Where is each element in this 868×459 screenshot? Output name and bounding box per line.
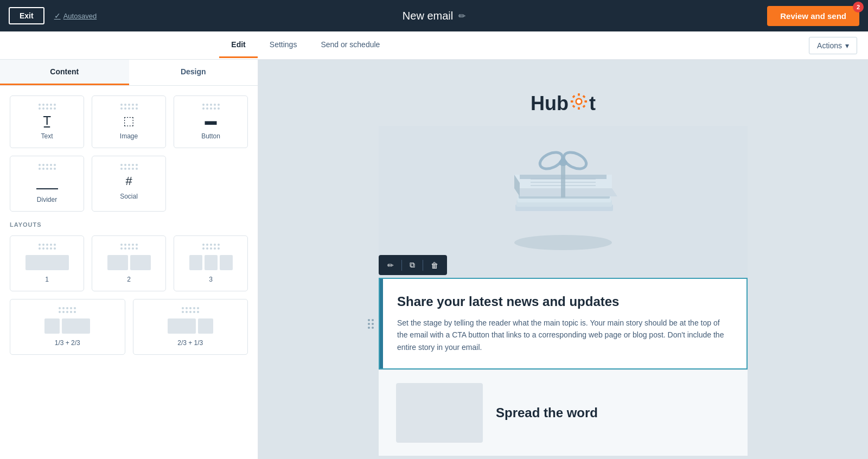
email-content-block[interactable]: Share your latest news and updates Set t… (379, 278, 748, 369)
spread-image (396, 383, 483, 443)
hubspot-logo: Hub (531, 92, 596, 115)
content-item-text-label: Text (41, 132, 53, 140)
layout-label-1-3+2-3: 1/3 + 2/3 (55, 339, 80, 347)
text-icon: T̲ (43, 114, 50, 128)
content-items-grid: T̲ Text ⬚ Image (10, 95, 248, 212)
divider-icon (36, 174, 58, 189)
copy-icon: ⧉ (410, 260, 415, 270)
layout-preview-1 (16, 255, 78, 270)
drag-dots (39, 164, 56, 170)
content-item-social[interactable]: # Social (92, 156, 166, 212)
svg-rect-22 (520, 175, 607, 179)
block-copy-button[interactable]: ⧉ (405, 258, 419, 272)
svg-rect-3 (578, 107, 580, 110)
left-accent (380, 279, 383, 368)
layout-col (25, 255, 69, 270)
sprocket-svg (570, 92, 588, 111)
layouts-grid: 1 2 (10, 235, 248, 291)
drag-dots (120, 164, 138, 170)
sidebar: Content Design T̲ Text (0, 60, 258, 459)
spread-heading: Spread the word (496, 405, 598, 420)
tab-settings[interactable]: Settings (258, 33, 309, 58)
layout-preview-2 (98, 255, 160, 270)
content-item-image[interactable]: ⬚ Image (92, 95, 166, 148)
sidebar-tab-content[interactable]: Content (0, 60, 129, 85)
layout-preview-1-3+2-3 (16, 318, 119, 334)
layout-col (107, 255, 128, 270)
top-nav: Exit ✓ Autosaved New email ✏ Review and … (0, 0, 868, 31)
email-block-heading: Share your latest news and updates (397, 294, 729, 309)
email-spread-section: Spread the word (379, 369, 748, 456)
drag-dots (120, 244, 138, 250)
layout-col (198, 318, 213, 334)
layout-col (62, 318, 90, 334)
layout-col (189, 255, 202, 270)
layout-col (44, 318, 60, 334)
layout-item-1-3+2-3[interactable]: 1/3 + 2/3 (10, 299, 125, 355)
toolbar-separator-2 (423, 260, 423, 271)
svg-point-1 (577, 99, 581, 104)
layouts-row-2: 1/3 + 2/3 2/3 + 1/3 (10, 299, 248, 355)
toolbar-separator (401, 260, 402, 271)
sidebar-tabs: Content Design (0, 60, 258, 86)
sidebar-tab-design[interactable]: Design (129, 60, 258, 85)
drag-dots (59, 307, 76, 313)
review-badge: 2 (853, 2, 864, 12)
tab-edit[interactable]: Edit (219, 33, 257, 58)
drag-dots (202, 244, 220, 250)
layout-item-2-3+1-3[interactable]: 2/3 + 1/3 (133, 299, 248, 355)
layout-preview-2-3+1-3 (139, 318, 242, 334)
tab-send-schedule[interactable]: Send or schedule (309, 33, 392, 58)
content-item-button[interactable]: ▬ Button (174, 95, 248, 148)
book-svg (487, 148, 639, 256)
image-icon: ⬚ (123, 114, 135, 128)
email-block-body: Set the stage by telling the reader what… (397, 317, 729, 353)
drag-dots (182, 307, 199, 313)
selected-block-wrapper: ✏ ⧉ 🗑 (379, 278, 748, 369)
sidebar-content: T̲ Text ⬚ Image (0, 86, 258, 365)
layout-col (130, 255, 151, 270)
content-item-divider[interactable]: Divider (10, 156, 84, 212)
autosaved-indicator[interactable]: ✓ Autosaved (54, 11, 97, 20)
svg-rect-5 (584, 100, 587, 103)
layout-item-1[interactable]: 1 (10, 235, 84, 291)
main-layout: Content Design T̲ Text (0, 60, 868, 459)
chevron-down-icon: ▾ (845, 41, 849, 50)
title-edit-icon[interactable]: ✏ (458, 11, 465, 21)
autosaved-check-icon: ✓ (54, 11, 61, 20)
hubspot-sprocket-icon (570, 92, 588, 115)
drag-dots (39, 244, 56, 250)
delete-trash-icon: 🗑 (431, 261, 438, 270)
layout-label-2-3+1-3: 2/3 + 1/3 (177, 339, 203, 347)
actions-button[interactable]: Actions ▾ (809, 37, 857, 54)
layout-item-2[interactable]: 2 (92, 235, 166, 291)
block-toolbar: ✏ ⧉ 🗑 (379, 255, 447, 275)
hubspot-spot-text: t (589, 92, 596, 115)
layout-item-3[interactable]: 3 (174, 235, 248, 291)
svg-point-25 (559, 160, 567, 166)
svg-rect-9 (582, 105, 585, 108)
svg-marker-15 (514, 188, 617, 196)
email-logo-section: Hub (379, 76, 748, 126)
content-item-social-label: Social (120, 193, 138, 200)
drag-dots (120, 104, 138, 110)
layout-label-1: 1 (45, 276, 49, 283)
layout-preview-3 (180, 255, 242, 270)
block-edit-button[interactable]: ✏ (383, 259, 398, 272)
content-item-text[interactable]: T̲ Text (10, 95, 84, 148)
layouts-section-title: LAYOUTS (10, 221, 248, 228)
email-canvas: Hub (258, 60, 868, 459)
drag-dots (39, 104, 56, 110)
block-delete-button[interactable]: 🗑 (426, 259, 443, 272)
exit-button[interactable]: Exit (9, 7, 44, 24)
edit-pencil-icon: ✏ (387, 261, 394, 270)
content-item-divider-label: Divider (37, 196, 57, 203)
social-icon: # (125, 174, 132, 188)
svg-rect-2 (578, 93, 580, 96)
svg-rect-7 (582, 95, 585, 98)
review-and-send-button[interactable]: Review and send 2 (767, 6, 859, 26)
email-wrapper: Hub (379, 76, 748, 456)
content-item-button-label: Button (201, 132, 220, 140)
drag-handle[interactable] (368, 319, 374, 329)
sub-nav: Edit Settings Send or schedule Actions ▾ (0, 31, 868, 60)
